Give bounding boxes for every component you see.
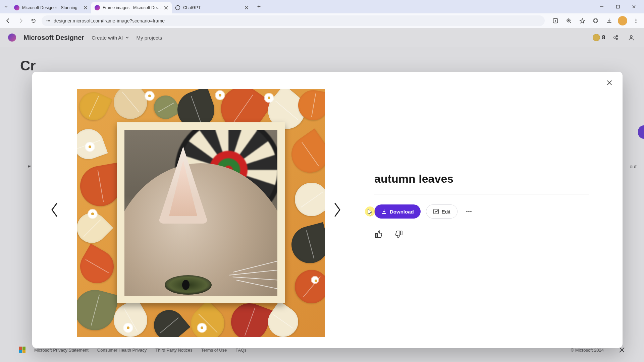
address-input[interactable]: designer.microsoft.com/frame-image?scena…	[42, 15, 545, 26]
edit-image-icon	[433, 208, 439, 215]
svg-point-0	[176, 6, 180, 10]
close-icon[interactable]	[244, 5, 249, 10]
cursor-highlight	[365, 206, 375, 217]
url-text: designer.microsoft.com/frame-image?scena…	[54, 18, 165, 23]
tab-title: Microsoft Designer - Stunning	[22, 5, 80, 10]
svg-point-15	[468, 211, 470, 212]
tab-search-dropdown[interactable]	[3, 3, 9, 10]
chevron-down-icon	[4, 5, 8, 9]
generated-image	[77, 89, 325, 337]
chatgpt-favicon-icon	[175, 5, 180, 10]
install-app-icon[interactable]	[551, 16, 560, 25]
image-viewer	[32, 72, 354, 348]
cat-eye	[165, 275, 212, 295]
svg-point-8	[636, 22, 637, 23]
edit-button[interactable]: Edit	[426, 204, 458, 219]
cursor-icon	[368, 208, 373, 216]
svg-point-6	[636, 18, 637, 19]
next-image-button[interactable]	[329, 198, 345, 221]
thumbs-up-icon	[374, 230, 383, 239]
window-close-button[interactable]	[629, 2, 639, 11]
image-details-panel: autumn leaves Download Edit	[354, 72, 623, 348]
extensions-icon[interactable]	[591, 16, 600, 25]
site-info-icon[interactable]	[46, 18, 51, 23]
zoom-icon[interactable]	[564, 16, 574, 25]
designer-favicon-icon	[14, 5, 19, 10]
svg-point-2	[47, 20, 48, 21]
tab-title: ChatGPT	[183, 5, 241, 10]
profile-avatar-button[interactable]	[618, 16, 627, 25]
designer-favicon-icon	[95, 5, 100, 10]
nav-back-button[interactable]	[3, 16, 13, 25]
image-title: autumn leaves	[374, 172, 589, 185]
button-label: Download	[390, 209, 414, 215]
browser-tab[interactable]: Frame images - Microsoft Des…	[91, 2, 172, 13]
photo-frame	[117, 122, 285, 303]
browser-tab[interactable]: Microsoft Designer - Stunning	[11, 2, 91, 13]
svg-rect-1	[616, 5, 620, 8]
download-button[interactable]: Download	[374, 204, 421, 219]
thumbs-down-icon	[394, 230, 403, 239]
svg-point-16	[470, 211, 472, 212]
button-label: Edit	[442, 209, 450, 215]
divider	[374, 194, 589, 194]
chevron-right-icon	[332, 201, 342, 218]
window-minimize-button[interactable]	[597, 2, 606, 11]
svg-rect-3	[48, 20, 50, 21]
close-icon[interactable]	[83, 5, 88, 10]
svg-point-14	[466, 211, 468, 212]
nav-reload-button[interactable]	[29, 16, 38, 25]
more-horizontal-icon	[465, 208, 473, 215]
close-icon[interactable]	[164, 5, 168, 10]
thumbs-up-button[interactable]	[374, 230, 383, 239]
downloads-icon[interactable]	[604, 16, 614, 25]
thumbs-down-button[interactable]	[394, 230, 403, 239]
tab-title: Frame images - Microsoft Des…	[103, 5, 161, 10]
chevron-left-icon	[49, 201, 59, 218]
prev-image-button[interactable]	[46, 198, 62, 221]
browser-menu-button[interactable]	[631, 16, 641, 25]
browser-titlebar: Microsoft Designer - Stunning Frame imag…	[0, 0, 644, 13]
more-actions-button[interactable]	[463, 205, 475, 218]
bookmark-icon[interactable]	[578, 16, 587, 25]
download-icon	[381, 208, 387, 215]
browser-tab[interactable]: ChatGPT	[172, 2, 252, 13]
new-tab-button[interactable]: +	[254, 2, 264, 11]
svg-point-7	[636, 20, 637, 21]
image-preview-modal: autumn leaves Download Edit	[32, 72, 623, 348]
window-maximize-button[interactable]	[613, 2, 623, 11]
browser-address-bar: designer.microsoft.com/frame-image?scena…	[0, 13, 644, 28]
nav-forward-button[interactable]	[16, 16, 25, 25]
